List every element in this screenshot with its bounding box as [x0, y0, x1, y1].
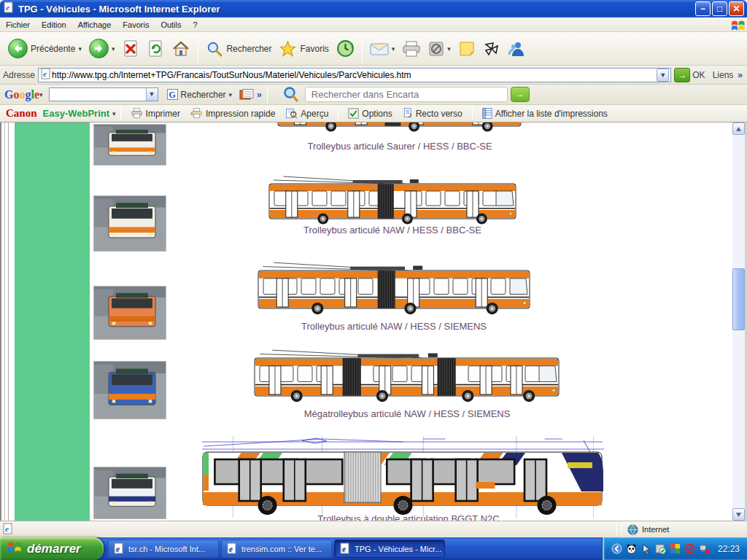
google-search-input[interactable]: ▼: [49, 88, 158, 101]
encarta-go-button[interactable]: →: [511, 87, 530, 102]
back-dropdown[interactable]: ▾: [78, 45, 82, 52]
menu-item-affichage[interactable]: Affichage: [72, 19, 117, 31]
google-search-dropdown[interactable]: ▾: [229, 91, 233, 98]
canon-button-options[interactable]: Options: [343, 107, 397, 120]
back-icon: [8, 39, 28, 58]
tray-display-icon[interactable]: [670, 543, 681, 555]
toolbar-separator: [198, 36, 198, 62]
vehicle-photo-0[interactable]: [93, 124, 166, 166]
canon-buttons: ImprimerImpression rapideAperçuOptionsRe…: [125, 107, 613, 120]
menu-items: FichierEditionAffichageFavorisOutils?: [0, 20, 204, 29]
windows-flag-icon: [731, 19, 744, 31]
vehicle-diagram-1: [268, 175, 516, 228]
history-button[interactable]: [333, 36, 358, 61]
encarta-search-input[interactable]: [305, 87, 508, 102]
vehicle-photo-3[interactable]: [93, 361, 166, 419]
google-input-dropdown[interactable]: ▼: [146, 88, 158, 101]
address-url: http://www.tpg.ch/Internet+TPG/Francais/…: [52, 70, 657, 80]
svg-text:e: e: [229, 544, 233, 553]
ie-favicon: e: [40, 68, 52, 82]
links-chevron-icon[interactable]: »: [738, 70, 741, 80]
tray-network-disconnected-icon[interactable]: [699, 543, 711, 555]
scrollbar-thumb[interactable]: [732, 268, 745, 330]
messenger-button[interactable]: [504, 37, 529, 61]
mail-dropdown[interactable]: ▾: [392, 45, 395, 52]
google-chevron-icon[interactable]: »: [257, 90, 260, 100]
back-button[interactable]: Précédente ▾: [4, 36, 85, 61]
vertical-scrollbar[interactable]: [732, 122, 745, 521]
menu-item-favoris[interactable]: Favoris: [117, 19, 155, 31]
tray-update-check-icon[interactable]: [655, 543, 667, 555]
go-label[interactable]: OK: [692, 70, 705, 80]
menu-item-edition[interactable]: Edition: [36, 19, 72, 31]
tray-cursor-icon[interactable]: [640, 543, 652, 555]
scroll-down-button[interactable]: [732, 508, 745, 521]
print-button[interactable]: [398, 37, 425, 61]
address-input[interactable]: e http://www.tpg.ch/Internet+TPG/Francai…: [38, 68, 671, 82]
task-button-2[interactable]: eTPG - Véhicules - Micr...: [334, 540, 445, 558]
edit-dropdown[interactable]: ▾: [447, 45, 451, 52]
menu-item-[interactable]: ?: [187, 19, 204, 31]
forward-button[interactable]: ▾: [85, 36, 119, 61]
internet-globe-icon: [627, 524, 638, 535]
forward-dropdown[interactable]: ▾: [112, 45, 115, 52]
close-button[interactable]: ✕: [729, 1, 744, 16]
discuss-button[interactable]: [454, 37, 479, 61]
go-button[interactable]: →: [674, 68, 690, 82]
note-icon: [458, 40, 476, 58]
canon-dropdown[interactable]: ▾: [112, 110, 116, 117]
google-logo[interactable]: Google: [4, 88, 39, 101]
address-dropdown[interactable]: ▼: [657, 69, 669, 82]
menu-item-outils[interactable]: Outils: [155, 19, 187, 31]
tray-collapse-icon[interactable]: [611, 543, 623, 555]
page-left-edge: [0, 122, 9, 521]
vehicle-diagram-0: [277, 122, 522, 135]
canon-button-afficher-la-liste-d-impressions[interactable]: Afficher la liste d'impressions: [477, 107, 613, 120]
mail-button[interactable]: ▾: [366, 39, 399, 59]
task-button-0[interactable]: etsr.ch - Microsoft Int...: [108, 540, 219, 558]
mail-icon: [370, 42, 389, 56]
canon-button-aper-u[interactable]: Aperçu: [280, 107, 333, 120]
task-button-1[interactable]: etrensim.com :: Ver te...: [221, 540, 332, 558]
task-label: TPG - Véhicules - Micr...: [355, 545, 441, 553]
vehicle-caption-0: Trolleybus articulé Saurer / HESS / BBC-…: [307, 141, 492, 152]
minimize-button[interactable]: −: [695, 1, 711, 16]
menu-item-fichier[interactable]: Fichier: [0, 19, 36, 31]
canon-button-imprimer[interactable]: Imprimer: [125, 107, 185, 120]
vehicle-photo-2[interactable]: [93, 286, 166, 340]
canon-button-label: Options: [362, 109, 392, 119]
links-label[interactable]: Liens: [713, 70, 734, 80]
ie-task-icon: e: [226, 542, 238, 556]
vehicle-caption-3: Mégatrolleybus articulé NAW / HESS / SIE…: [304, 408, 511, 419]
tray-blocked-icon[interactable]: [684, 543, 696, 555]
google-news-icon[interactable]: [239, 89, 254, 101]
tray-clock: 22:23: [718, 544, 740, 554]
canon-button-label: Impression rapide: [206, 109, 275, 119]
status-zone-label: Internet: [642, 525, 669, 534]
search-button[interactable]: Rechercher: [202, 37, 275, 61]
canon-button-impression-rapide[interactable]: Impression rapide: [185, 107, 280, 120]
stop-icon: [122, 39, 139, 58]
system-tray: 22:23: [602, 537, 747, 560]
address-bar: Adresse e http://www.tpg.ch/Internet+TPG…: [0, 66, 747, 85]
maximize-button[interactable]: □: [712, 1, 727, 16]
google-dropdown[interactable]: ▾: [39, 91, 43, 98]
canon-product-label[interactable]: Easy-WebPrint: [43, 108, 110, 119]
google-search-button[interactable]: G Rechercher ▾: [163, 88, 237, 101]
research-button[interactable]: [479, 37, 504, 61]
vehicle-photo-4[interactable]: [93, 467, 166, 519]
menu-bar: FichierEditionAffichageFavorisOutils?: [0, 18, 747, 32]
canon-button-label: Imprimer: [146, 109, 180, 119]
canon-button-recto-verso[interactable]: Recto verso: [398, 107, 468, 120]
pinwheel-icon: [483, 40, 500, 58]
tray-antivirus-panda-icon[interactable]: [626, 543, 638, 555]
vehicle-photo-1[interactable]: [93, 195, 166, 252]
home-button[interactable]: [168, 37, 194, 61]
refresh-button[interactable]: [143, 36, 168, 61]
favorites-button[interactable]: Favoris: [275, 37, 332, 61]
svg-text:e: e: [6, 3, 9, 12]
scroll-up-button[interactable]: [732, 122, 745, 135]
start-button[interactable]: démarrer: [0, 537, 104, 560]
edit-button[interactable]: ▾: [425, 38, 454, 60]
stop-button[interactable]: [118, 36, 143, 61]
